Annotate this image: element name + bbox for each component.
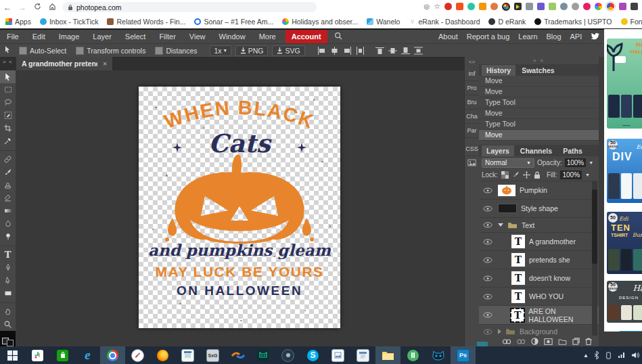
visibility-eye-icon[interactable] [482, 206, 494, 212]
delete-layer-icon[interactable] [585, 338, 592, 345]
fill-dropdown-icon[interactable]: ▼ [585, 173, 590, 177]
align-left-icon[interactable] [317, 47, 326, 55]
robot-app-icon[interactable] [250, 346, 275, 364]
tray-expand-icon[interactable]: ▲ [583, 352, 589, 359]
visibility-eye-icon[interactable] [482, 239, 494, 245]
panel-info[interactable]: Inf [465, 67, 479, 81]
layer-row[interactable]: T A grandmother [479, 233, 599, 251]
layers-scrollbar[interactable] [592, 181, 597, 336]
distances-checkbox[interactable]: Distances [155, 47, 197, 55]
internet-explorer-icon[interactable]: e [75, 346, 100, 364]
path-select-tool[interactable] [0, 274, 16, 287]
bookmark-star-icon[interactable]: ☆ [434, 2, 440, 11]
file-explorer-icon[interactable] [375, 346, 400, 364]
menu-window[interactable]: Window [212, 30, 252, 43]
extension-icon[interactable] [606, 2, 615, 11]
notes-app-icon[interactable] [175, 346, 200, 364]
panel-collapse-icon[interactable]: > < [479, 57, 599, 64]
pushbullet-icon[interactable] [400, 346, 426, 364]
lock-transparency-icon[interactable] [501, 171, 509, 179]
bookmark[interactable]: ⑂eRank - Dashboard [409, 18, 480, 26]
link-about[interactable]: About [438, 32, 458, 41]
panel-character[interactable]: Cha [465, 110, 479, 124]
extension-icon[interactable] [549, 3, 556, 10]
bookmark[interactable]: Inbox - TickTick [40, 18, 99, 26]
document-canvas[interactable]: WHEN BLACK Cats and pumpkins gleam MAY L… [139, 87, 340, 328]
extension-icon[interactable] [619, 3, 626, 10]
lock-all-icon[interactable] [534, 171, 541, 179]
extension-icon[interactable] [456, 3, 463, 10]
adjustment-layer-icon[interactable] [531, 338, 538, 345]
align-middle-icon[interactable] [388, 47, 397, 55]
blur-tool[interactable] [0, 217, 16, 230]
menu-view[interactable]: View [183, 30, 212, 43]
visibility-eye-icon[interactable] [482, 312, 494, 318]
marquee-tool[interactable] [0, 83, 16, 96]
panel-brush[interactable]: Bru [465, 95, 479, 110]
extension-icon[interactable] [502, 3, 510, 11]
export-png-button[interactable]: PNG [235, 45, 269, 56]
network-signal-icon[interactable] [618, 352, 626, 359]
shape-tool[interactable] [0, 287, 16, 300]
visibility-eye-icon[interactable] [482, 275, 494, 281]
bluetooth-icon[interactable] [594, 351, 599, 359]
link-blog[interactable]: Blog [547, 32, 561, 41]
twitter-icon[interactable] [591, 32, 599, 41]
extension-icon[interactable] [595, 3, 602, 10]
extension-icon[interactable] [514, 3, 522, 10]
blend-mode-select[interactable]: Normal▼ [482, 158, 534, 168]
clone-stamp-tool[interactable] [0, 179, 16, 191]
menu-image[interactable]: Image [52, 30, 87, 43]
history-step[interactable]: Move [479, 108, 599, 119]
document-tab[interactable]: A grandmother pretends × [16, 57, 112, 70]
close-tab-icon[interactable]: × [103, 60, 107, 68]
history-step[interactable]: Type Tool [479, 97, 599, 108]
lock-position-icon[interactable] [523, 171, 530, 179]
bookmark-apps[interactable]: Apps [5, 18, 31, 26]
volume-icon[interactable] [631, 352, 639, 359]
eyedropper-tool[interactable] [0, 135, 16, 147]
microsoft-store-icon[interactable] [50, 346, 75, 364]
chrome-icon[interactable] [100, 346, 125, 364]
dodge-tool[interactable] [0, 230, 16, 243]
bookmark[interactable]: FontPair - Helps yo... [621, 18, 642, 26]
layer-row[interactable]: T pretends she [479, 251, 599, 269]
strip-collapse-icon[interactable]: <> [465, 57, 479, 67]
panel-properties[interactable]: Pro [465, 81, 479, 95]
auto-select-checkbox[interactable]: Auto-Select [19, 47, 66, 55]
link-report-bug[interactable]: Report a bug [467, 32, 510, 41]
transform-controls-checkbox[interactable]: Transform controls [76, 47, 145, 55]
back-icon[interactable]: ← [0, 3, 15, 12]
layer-row[interactable]: T WHO YOU [479, 288, 599, 306]
bookmark[interactable]: Related Words - Fin... [107, 18, 185, 26]
extensions-puzzle-icon[interactable] [630, 3, 638, 10]
crop-tool[interactable] [0, 122, 16, 135]
calendar-app-icon[interactable] [350, 346, 375, 364]
bookmark[interactable]: Holidays and obser... [282, 18, 358, 26]
extension-icon[interactable] [526, 3, 533, 10]
layer-row[interactable]: Style shape [479, 200, 599, 218]
panel-image-icon[interactable] [465, 156, 479, 170]
align-bottom-icon[interactable] [401, 47, 410, 55]
menu-file[interactable]: File [0, 30, 26, 43]
menu-select[interactable]: Select [118, 30, 153, 43]
extension-icon[interactable] [444, 3, 452, 10]
collapse-arrow-icon[interactable] [498, 329, 501, 334]
zoom-level-dropdown[interactable]: 1x▾ [210, 45, 231, 56]
extension-icon[interactable] [537, 3, 545, 10]
align-top-icon[interactable] [375, 47, 384, 55]
history-step[interactable]: Move [479, 76, 599, 87]
menu-filter[interactable]: Filter [152, 30, 182, 43]
quick-selection-tool[interactable] [0, 109, 16, 122]
layer-row[interactable]: Pumpkin [479, 181, 599, 200]
gradient-tool[interactable] [0, 204, 16, 217]
move-tool[interactable] [0, 70, 16, 83]
type-tool[interactable]: T [0, 248, 16, 261]
lasso-tool[interactable] [0, 96, 16, 109]
forward-icon[interactable]: → [15, 3, 30, 12]
menu-layer[interactable]: Layer [86, 30, 118, 43]
menu-search-icon[interactable] [334, 32, 342, 41]
zoom-tool[interactable] [0, 318, 16, 331]
tab-history[interactable]: History [482, 65, 515, 76]
bookmark[interactable]: Trademarks | USPTO [534, 18, 612, 26]
